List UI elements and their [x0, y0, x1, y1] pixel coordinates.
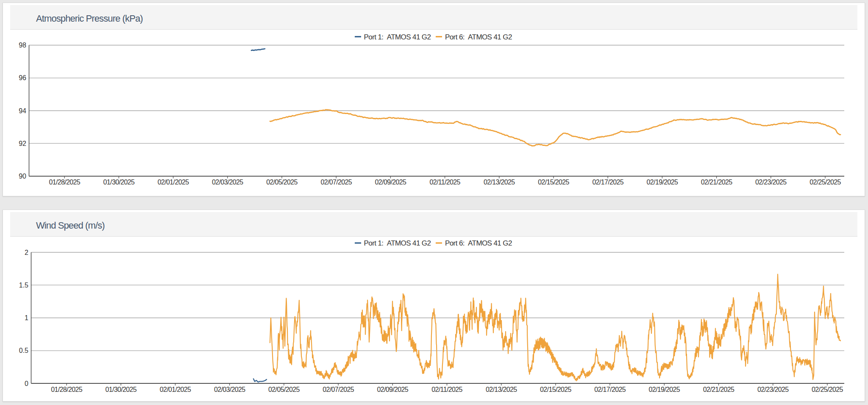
svg-text:92: 92 — [19, 140, 26, 147]
svg-text:01/30/2025: 01/30/2025 — [103, 179, 135, 186]
svg-text:Port 6: ATMOS 41 G2: Port 6: ATMOS 41 G2 — [445, 239, 512, 247]
svg-text:02/25/2025: 02/25/2025 — [812, 386, 843, 393]
svg-text:02/13/2025: 02/13/2025 — [486, 386, 517, 393]
svg-text:02/21/2025: 02/21/2025 — [701, 179, 732, 186]
svg-text:01/30/2025: 01/30/2025 — [106, 386, 137, 393]
svg-text:02/15/2025: 02/15/2025 — [538, 179, 569, 186]
svg-text:02/23/2025: 02/23/2025 — [757, 386, 789, 393]
svg-text:02/05/2025: 02/05/2025 — [268, 386, 300, 393]
svg-text:1.5: 1.5 — [19, 282, 28, 289]
svg-text:2: 2 — [25, 249, 28, 256]
svg-text:02/03/2025: 02/03/2025 — [214, 386, 245, 393]
svg-text:02/21/2025: 02/21/2025 — [703, 386, 734, 393]
svg-text:02/19/2025: 02/19/2025 — [647, 179, 678, 186]
svg-text:1: 1 — [25, 314, 28, 321]
svg-text:0.5: 0.5 — [19, 347, 28, 354]
svg-text:02/15/2025: 02/15/2025 — [540, 386, 571, 393]
svg-text:Port 6: ATMOS 41 G2: Port 6: ATMOS 41 G2 — [445, 33, 512, 41]
svg-text:02/23/2025: 02/23/2025 — [755, 179, 787, 186]
svg-text:02/09/2025: 02/09/2025 — [375, 179, 406, 186]
svg-text:02/25/2025: 02/25/2025 — [810, 179, 841, 186]
svg-text:02/07/2025: 02/07/2025 — [323, 386, 354, 393]
svg-text:90: 90 — [19, 173, 26, 180]
svg-text:01/28/2025: 01/28/2025 — [49, 179, 80, 186]
svg-text:02/05/2025: 02/05/2025 — [266, 179, 298, 186]
svg-text:02/07/2025: 02/07/2025 — [320, 179, 352, 186]
svg-text:02/11/2025: 02/11/2025 — [431, 386, 462, 393]
svg-text:02/01/2025: 02/01/2025 — [158, 179, 189, 186]
svg-text:Port 1: ATMOS 41 G2: Port 1: ATMOS 41 G2 — [364, 33, 431, 41]
svg-text:02/01/2025: 02/01/2025 — [160, 386, 191, 393]
svg-text:02/19/2025: 02/19/2025 — [649, 386, 680, 393]
svg-text:02/11/2025: 02/11/2025 — [429, 179, 460, 186]
svg-text:98: 98 — [19, 42, 26, 49]
svg-text:02/17/2025: 02/17/2025 — [594, 386, 626, 393]
svg-text:01/28/2025: 01/28/2025 — [51, 386, 82, 393]
svg-text:96: 96 — [19, 74, 26, 81]
svg-text:02/13/2025: 02/13/2025 — [484, 179, 515, 186]
svg-text:02/17/2025: 02/17/2025 — [592, 179, 623, 186]
svg-text:Port 1: ATMOS 41 G2: Port 1: ATMOS 41 G2 — [364, 239, 431, 247]
svg-text:02/03/2025: 02/03/2025 — [212, 179, 243, 186]
svg-text:0: 0 — [25, 380, 28, 387]
svg-text:94: 94 — [19, 107, 26, 115]
svg-text:02/09/2025: 02/09/2025 — [377, 386, 409, 393]
